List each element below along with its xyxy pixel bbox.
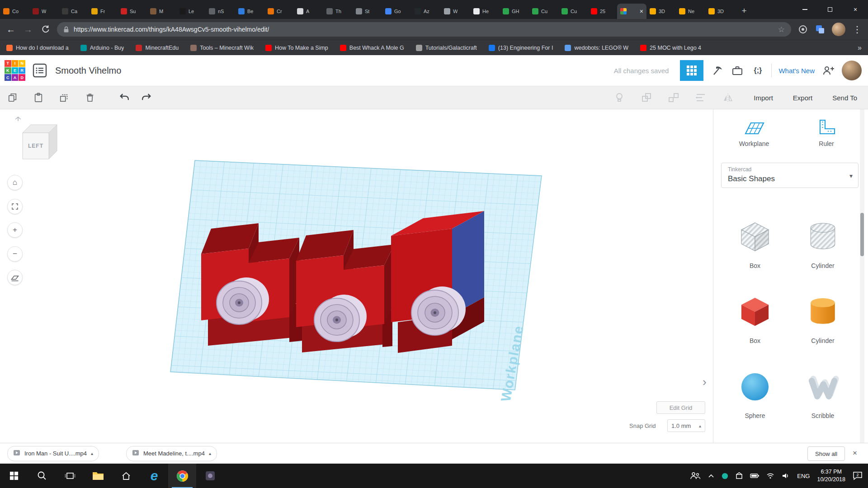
volume-icon[interactable] — [782, 473, 790, 479]
shape-cylinder-hole[interactable]: Cylinder — [793, 219, 852, 269]
shape-cylinder[interactable]: Cylinder — [793, 294, 852, 344]
browser-tab[interactable]: 3D — [705, 4, 735, 19]
bookmark-item[interactable]: How To Make a Simp — [265, 45, 328, 51]
duplicate-button[interactable] — [59, 92, 70, 103]
show-all-downloads-button[interactable]: Show all — [807, 446, 845, 461]
browser-tab[interactable]: 3D — [646, 4, 676, 19]
bookmark-item[interactable]: MinecraftEdu — [136, 45, 179, 51]
new-tab-button[interactable]: + — [737, 4, 751, 18]
taskbar-clock[interactable]: 6:37 PM 10/20/2018 — [817, 468, 845, 484]
brick-export-button[interactable] — [731, 64, 744, 77]
edge-button[interactable]: e — [140, 464, 168, 488]
browser-tab[interactable]: Az — [411, 4, 441, 19]
user-avatar[interactable] — [842, 61, 862, 80]
zoom-in-button[interactable]: + — [7, 222, 23, 238]
download-menu-caret-icon[interactable]: ▴ — [91, 451, 93, 456]
browser-menu-button[interactable]: ⋮ — [852, 25, 863, 34]
perspective-toggle-button[interactable] — [7, 270, 23, 285]
design-menu-button[interactable] — [33, 63, 47, 78]
browser-tab-active-tinkercad[interactable]: × — [617, 4, 646, 19]
model-truck[interactable] — [201, 211, 484, 353]
window-minimize-button[interactable] — [792, 0, 817, 19]
start-button[interactable] — [0, 464, 28, 488]
download-menu-caret-icon[interactable]: ▴ — [209, 451, 211, 456]
tab-close-icon[interactable]: × — [640, 8, 643, 14]
bookmark-item[interactable]: Best Whack A Mole G — [340, 45, 404, 51]
taskbar-search-button[interactable] — [28, 464, 56, 488]
browser-tab[interactable]: Th — [323, 4, 353, 19]
undo-button[interactable] — [118, 92, 130, 103]
ruler-tool[interactable]: Ruler — [804, 118, 849, 147]
edit-grid-button[interactable]: Edit Grid — [656, 401, 705, 414]
workplane-tool[interactable]: Workplane — [731, 118, 777, 147]
browser-tab[interactable]: Cr — [264, 4, 294, 19]
invite-button[interactable] — [821, 64, 835, 77]
view-cube[interactable]: LEFT — [12, 116, 65, 173]
shape-scribble[interactable]: Scribble — [793, 369, 852, 419]
bookmark-item[interactable]: (13) Engineering For I — [489, 45, 553, 51]
browser-tab[interactable]: Su — [118, 4, 147, 19]
battery-icon[interactable] — [750, 473, 759, 479]
view-home-button[interactable]: ⌂ — [7, 175, 23, 190]
file-explorer-button[interactable] — [84, 464, 112, 488]
browser-tab[interactable]: He — [470, 4, 500, 19]
browser-tab[interactable]: Be — [235, 4, 264, 19]
bookmark-item[interactable]: How do I download a — [6, 45, 69, 51]
shape-sphere[interactable]: Sphere — [726, 369, 784, 419]
design-title[interactable]: Smooth Vihelmo — [55, 66, 121, 76]
panel-scrollbar[interactable] — [860, 109, 864, 443]
browser-tab[interactable]: Ca — [59, 4, 88, 19]
notification-center-icon[interactable]: 2 — [853, 471, 863, 480]
whats-new-link[interactable]: What's New — [778, 67, 815, 75]
scrollbar-thumb[interactable] — [860, 213, 864, 256]
fit-view-button[interactable] — [7, 199, 23, 214]
group-button[interactable] — [641, 92, 652, 103]
bookmark-star-icon[interactable]: ☆ — [778, 25, 785, 34]
browser-tab[interactable]: 25 — [588, 4, 617, 19]
window-close-button[interactable]: × — [843, 0, 868, 19]
shape-box[interactable]: Box — [726, 294, 784, 344]
shape-category-select[interactable]: Tinkercad Basic Shapes ▾ — [721, 163, 859, 188]
browser-profile-avatar[interactable] — [832, 23, 845, 36]
tray-app-icon[interactable] — [722, 473, 728, 479]
copy-button[interactable] — [7, 92, 18, 103]
browser-tab[interactable]: W — [441, 4, 470, 19]
bookmarks-overflow-button[interactable]: » — [858, 44, 862, 52]
extension-icon[interactable] — [797, 24, 808, 35]
browser-tab[interactable]: A — [294, 4, 323, 19]
download-item[interactable]: Iron Man - Suit U....mp4 ▴ — [7, 446, 99, 461]
shape-box-hole[interactable]: Box — [726, 219, 784, 269]
download-item[interactable]: Meet Madeline, t....mp4 ▴ — [126, 446, 217, 461]
panel-collapse-button[interactable]: › — [703, 375, 707, 389]
browser-tab[interactable]: Co — [0, 4, 29, 19]
wifi-icon[interactable] — [766, 473, 774, 479]
browser-tab[interactable]: Cu — [529, 4, 558, 19]
bookmark-item[interactable]: 25 MOC with Lego 4 — [640, 45, 701, 51]
paste-button[interactable] — [33, 92, 44, 103]
extension-icon[interactable] — [815, 24, 826, 35]
downloads-close-icon[interactable]: × — [853, 449, 857, 458]
dashboard-grid-button[interactable] — [680, 60, 703, 81]
export-button[interactable]: Export — [793, 94, 812, 102]
url-text[interactable]: https://www.tinkercad.com/things/kA48Aws… — [74, 26, 269, 33]
viewport-3d[interactable]: Workplane LEFT ⌂ + − › Edit Grid Snap Gr… — [0, 109, 713, 443]
browser-tab[interactable]: W — [29, 4, 59, 19]
bookmark-item[interactable]: wedobots: LEGO® W — [565, 45, 628, 51]
pinned-app-button[interactable] — [196, 464, 224, 488]
browser-tab[interactable]: nS — [206, 4, 235, 19]
mirror-button[interactable] — [722, 92, 734, 103]
delete-button[interactable] — [85, 92, 95, 103]
window-maximize-button[interactable] — [817, 0, 843, 19]
align-button[interactable] — [695, 92, 707, 103]
browser-tab[interactable]: M — [147, 4, 176, 19]
tray-chevron-up-icon[interactable] — [708, 474, 714, 478]
redo-button[interactable] — [140, 92, 152, 103]
zoom-out-button[interactable]: − — [7, 246, 23, 262]
bookmark-item[interactable]: Tools – Minecraft Wik — [190, 45, 254, 51]
browser-tab[interactable]: GH — [500, 4, 529, 19]
browser-tab[interactable]: St — [353, 4, 382, 19]
show-hide-button[interactable] — [613, 92, 625, 103]
send-to-button[interactable]: Send To — [832, 94, 857, 102]
browser-tab[interactable]: Fr — [88, 4, 118, 19]
browser-tab[interactable]: Go — [382, 4, 411, 19]
